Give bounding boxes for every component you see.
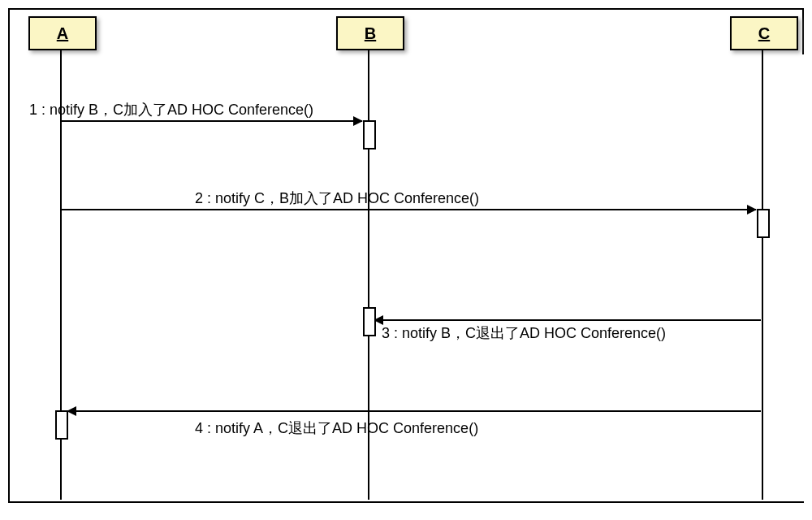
participant-c-label: C (758, 24, 770, 43)
sequence-diagram: A B C 1 : notify B，C加入了AD HOC Conference… (8, 8, 804, 512)
activation-a-1 (55, 410, 68, 440)
participant-a-label: A (57, 24, 68, 43)
activation-b-1 (363, 120, 376, 150)
msg1-label: 1 : notify B，C加入了AD HOC Conference() (29, 100, 313, 119)
msg2-label: 2 : notify C，B加入了AD HOC Conference() (195, 188, 479, 208)
diagram-frame-right (802, 10, 804, 54)
msg4-label: 4 : notify A，C退出了AD HOC Conference() (195, 418, 478, 438)
msg2-arrow (62, 209, 756, 210)
activation-b-2 (363, 307, 376, 336)
participant-a: A (28, 16, 97, 50)
msg1-arrow (62, 120, 362, 122)
lifeline-c (762, 49, 763, 500)
msg3-arrow (374, 319, 761, 321)
participant-b: B (336, 16, 404, 50)
participant-b-label: B (365, 24, 376, 43)
participant-c: C (730, 16, 798, 50)
msg3-label: 3 : notify B，C退出了AD HOC Conference() (382, 323, 666, 343)
arrow-head-icon (747, 205, 757, 214)
arrow-head-icon (353, 116, 363, 126)
msg4-arrow (67, 410, 761, 412)
activation-c-1 (757, 209, 770, 238)
